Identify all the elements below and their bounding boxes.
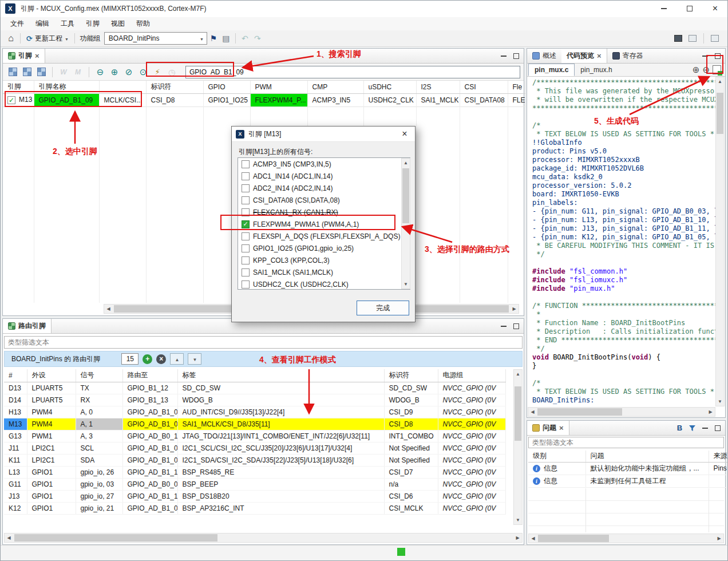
wave-left-icon[interactable] [57, 66, 70, 78]
routed-cell[interactable]: GPIO_AD_B1_11 [122, 490, 177, 502]
signal-item[interactable]: SAI1_MCLK (SAI1,MCLK) [238, 266, 410, 278]
tab-code-preview[interactable]: 代码预览 [561, 49, 607, 63]
col-pin[interactable]: 引脚 [3, 81, 34, 93]
tab-pin-mux-c[interactable]: pin_mux.c [528, 64, 575, 76]
pin-usdhc-cell[interactable]: USDHC2_CLK [363, 93, 416, 106]
routed-pin-row[interactable]: D13LPUART5TXGPIO_B1_12SD_CD_SWSD_CD_SWNV… [4, 382, 505, 394]
signal-checkbox[interactable] [242, 208, 250, 216]
pin-identifier-cell[interactable]: CSI_D8 [146, 93, 203, 106]
routed-pin-row[interactable]: K11LPI2C1SDAGPIO_AD_B1_01I2C1_SDA/CSI_I2… [4, 454, 505, 466]
add-row-button[interactable]: + [143, 354, 152, 364]
peripheral-view-icon[interactable] [37, 68, 46, 76]
col-level[interactable]: 级别 [528, 451, 585, 462]
update-project-button[interactable]: 更新工程 [23, 33, 72, 45]
col-pwm[interactable]: PWM [250, 81, 307, 93]
problem-row[interactable]: 信息默认初始化功能中未指定功能组，...Pins [528, 462, 728, 475]
routed-filter-input[interactable] [4, 336, 523, 349]
routed-cell[interactable]: GPIO_AD_B1_05 [122, 502, 177, 514]
col-label[interactable] [99, 81, 146, 93]
routed-pin-row[interactable]: J11LPI2C1SCLGPIO_AD_B1_00I2C1_SCL/CSI_I2… [4, 442, 505, 454]
signal-item[interactable]: CSI_DATA08 (CSI,DATA,08) [238, 194, 410, 206]
pin-cmp-cell[interactable]: ACMP3_IN5 [307, 93, 363, 106]
col-label[interactable]: 标签 [177, 369, 384, 382]
pin-i2s-cell[interactable]: SAI1_MCLK [416, 93, 460, 106]
zoom-in-icon[interactable] [693, 65, 700, 75]
routed-cell[interactable]: BSP_BEEP [177, 478, 384, 490]
panel-minimize-button[interactable] [699, 52, 710, 61]
panel-maximize-button[interactable] [511, 52, 521, 61]
problem-row[interactable]: 信息未监测到任何工具链工程 [528, 475, 728, 487]
routed-cell[interactable]: GPIO1 [27, 466, 76, 478]
tab-close-icon[interactable] [35, 52, 39, 60]
pin-name-cell[interactable]: GPIO_AD_B1_09 [34, 93, 99, 106]
routed-cell[interactable]: A, 1 [76, 418, 122, 430]
routed-cell[interactable]: I2C1_SDA/CSI_I2C_SDA/J35[22]/J23[5]/U13[… [177, 454, 384, 466]
routed-cell[interactable]: D13 [4, 382, 27, 394]
routed-cell[interactable]: D14 [4, 394, 27, 406]
col-peripheral[interactable]: 外设 [27, 369, 76, 382]
route-pin-icon[interactable] [108, 66, 121, 78]
redo-icon[interactable] [251, 32, 264, 45]
signal-checkbox[interactable] [242, 280, 250, 289]
routed-cell[interactable]: G11 [4, 478, 27, 490]
export-code-icon[interactable] [713, 65, 721, 74]
col-number[interactable]: # [4, 369, 27, 382]
routed-cell[interactable]: K11 [4, 454, 27, 466]
routed-cell[interactable]: NVCC_GPIO (0V [438, 454, 505, 466]
routed-cell[interactable]: I2C1_SCL/CSI_I2C_SCL/J35[20]/J23[6]/U13[… [177, 442, 384, 454]
col-identifier[interactable]: 标识符 [146, 81, 203, 93]
col-cmp[interactable]: CMP [307, 81, 363, 93]
routed-cell[interactable]: GPIO_B1_13 [122, 394, 177, 406]
routed-cell[interactable]: NVCC_GPIO (0V [438, 442, 505, 454]
scroll-left-icon[interactable] [528, 408, 537, 416]
col-identifier[interactable]: 标识符 [384, 369, 438, 382]
tab-close-icon[interactable] [597, 52, 602, 60]
routed-cell[interactable]: GPIO_AD_B1_10 [122, 466, 177, 478]
routed-cell[interactable]: H13 [4, 406, 27, 418]
col-signal[interactable]: 信号 [76, 369, 122, 382]
routed-cell[interactable]: A, 3 [76, 430, 122, 442]
routed-pin-row[interactable]: M13PWM4A, 1GPIO_AD_B1_09SAI1_MCLK/CSI_D8… [4, 418, 505, 430]
scrollbar-thumb[interactable] [717, 93, 723, 134]
scroll-left-icon[interactable] [104, 305, 113, 313]
row-count-field[interactable]: 15 [121, 353, 139, 365]
routed-cell[interactable]: n/a [384, 478, 438, 490]
routed-cell[interactable]: BSP_AP3216C_INT [177, 502, 384, 514]
routed-cell[interactable]: SAI1_MCLK/CSI_D8/J35[11] [177, 418, 384, 430]
routed-cell[interactable]: BSP_DS18B20 [177, 490, 384, 502]
routed-cell[interactable]: CSI_D6 [384, 490, 438, 502]
routed-cell[interactable]: GPIO1 [27, 478, 76, 490]
minimize-button[interactable] [651, 0, 676, 17]
panel-maximize-button[interactable] [712, 424, 723, 433]
code-horizontal-scrollbar[interactable] [528, 407, 715, 417]
maximize-button[interactable] [676, 0, 702, 17]
routed-cell[interactable]: PWM4 [27, 406, 76, 418]
tab-pins[interactable]: 引脚 [3, 49, 45, 63]
routed-horizontal-scrollbar[interactable] [4, 533, 523, 543]
code-vertical-scrollbar[interactable] [715, 77, 725, 406]
routed-cell[interactable]: G13 [4, 430, 27, 442]
routed-cell[interactable]: NVCC_GPIO (0V [438, 406, 505, 418]
routed-cell[interactable]: JTAG_TDO/J21[13]/INT1_COMBO/ENET_INT/J22… [177, 430, 384, 442]
routed-cell[interactable]: GPIO_AD_B1_08 [122, 406, 177, 418]
signal-item[interactable]: KPP_COL3 (KPP,COL,3) [238, 254, 410, 266]
routed-cell[interactable]: PWM1 [27, 430, 76, 442]
close-button[interactable] [702, 0, 728, 17]
routed-pin-row[interactable]: D14LPUART5RXGPIO_B1_13WDOG_BWDOG_BNVCC_G… [4, 394, 505, 406]
scroll-down-icon[interactable] [514, 516, 523, 524]
menu-view[interactable]: 视图 [105, 17, 130, 30]
tab-problems[interactable]: 问题 [527, 421, 569, 435]
routed-cell[interactable]: LPUART5 [27, 382, 76, 394]
routed-pin-row[interactable]: L13GPIO1gpio_io, 26GPIO_AD_B1_10BSP_RS48… [4, 466, 505, 478]
routed-cell[interactable]: WDOG_B [177, 394, 384, 406]
signal-checkbox[interactable] [242, 184, 250, 192]
scroll-left-icon[interactable] [5, 534, 13, 542]
route-selection-icon[interactable] [137, 66, 149, 78]
pin-csi-cell[interactable]: CSI_DATA08 [460, 93, 508, 106]
pin-row[interactable]: M13 GPIO_AD_B1_09 MCLK/CSI... CSI_D8 GPI… [3, 93, 525, 106]
routed-cell[interactable]: GPIO_AD_B1_09 [122, 418, 177, 430]
signal-checkbox[interactable] [242, 244, 250, 252]
unroute-pin-icon[interactable] [94, 66, 106, 78]
routed-pin-row[interactable]: H13PWM4A, 0GPIO_AD_B1_08AUD_INT/CSI_D9//… [4, 406, 505, 418]
routed-cell[interactable]: gpio_io, 21 [76, 502, 122, 514]
